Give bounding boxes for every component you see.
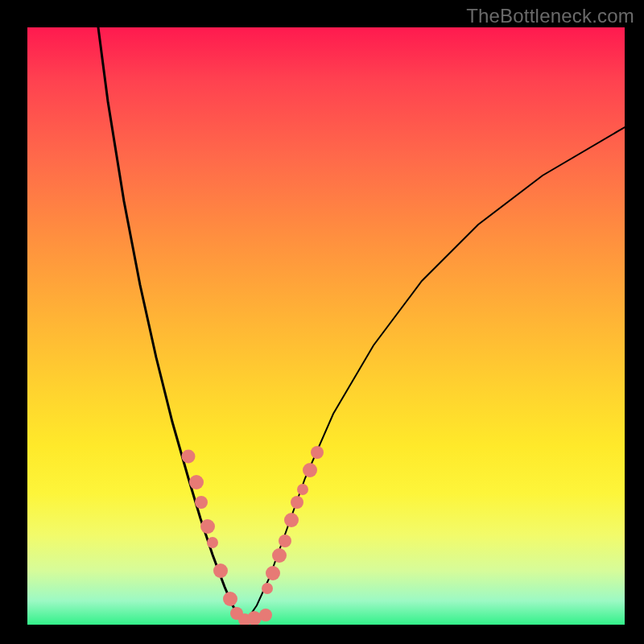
svg-point-14 [279,535,291,547]
svg-point-16 [291,496,303,509]
plot-area [27,27,625,625]
svg-point-13 [272,548,287,563]
chart-frame: TheBottleneck.com [0,0,644,644]
bottleneck-curve [27,27,625,625]
svg-point-4 [207,537,218,548]
watermark-text: TheBottleneck.com [466,5,634,27]
svg-point-5 [213,564,228,578]
svg-point-19 [311,446,324,459]
svg-point-11 [262,583,273,594]
svg-point-17 [297,484,308,495]
svg-point-18 [303,463,317,477]
svg-point-12 [266,566,280,580]
svg-point-2 [195,496,208,509]
svg-point-15 [284,513,299,527]
svg-point-1 [189,475,204,489]
svg-point-3 [200,519,215,534]
svg-point-6 [223,592,237,606]
svg-point-0 [182,450,196,464]
svg-point-9 [247,611,262,625]
svg-point-10 [259,609,272,621]
